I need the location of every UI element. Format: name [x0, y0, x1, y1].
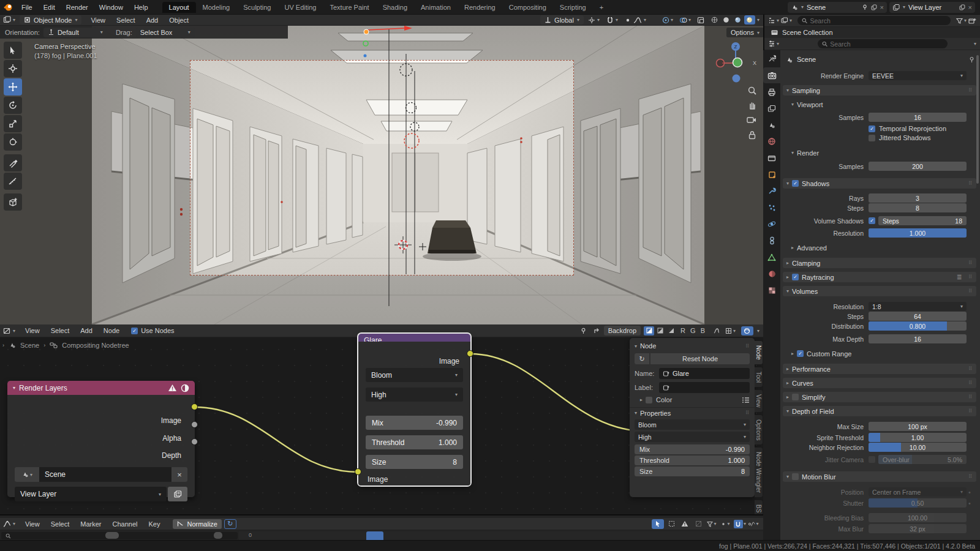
shading-solid-button[interactable] [721, 15, 732, 24]
view-layer-dropdown[interactable]: View Layer▾ [15, 487, 167, 501]
close-icon[interactable]: × [968, 4, 972, 11]
channel-search-input[interactable] [13, 533, 233, 539]
editor-type-button[interactable]: ▾ [0, 16, 18, 24]
auto-normalize-refresh-button[interactable]: ↻ [224, 519, 236, 529]
properties-search-input[interactable] [830, 40, 943, 48]
outliner-display-mode-button[interactable]: ▾ [768, 17, 779, 24]
sidebar-quality-dropdown[interactable]: High▾ [635, 432, 750, 442]
output-socket-image[interactable] [191, 403, 198, 410]
backdrop-button[interactable]: Backdrop [604, 326, 641, 335]
menu-marker[interactable]: Marker [75, 517, 107, 531]
drag-dropdown[interactable]: Select Box▾ [136, 28, 195, 37]
editor-type-button[interactable]: ▾ [0, 327, 18, 335]
lock-icon[interactable] [748, 130, 756, 140]
menu-select[interactable]: Select [45, 517, 75, 531]
sidebar-tab-tool[interactable]: Tool [755, 367, 763, 388]
scrollbar-thumb[interactable] [214, 532, 222, 539]
collapse-icon[interactable]: ▾ [13, 385, 15, 391]
outliner-filter-image-button[interactable]: ▾ [781, 17, 792, 24]
channel-search-input-wrap[interactable] [1, 532, 238, 539]
workspace-tab-texture-paint[interactable]: Texture Paint [323, 2, 375, 13]
menu-channel[interactable]: Channel [107, 517, 143, 531]
glare-size-field[interactable]: Size8 [366, 455, 463, 469]
workspace-tab-sculpting[interactable]: Sculpting [236, 2, 277, 13]
render-layers-node[interactable]: ▾ Render Layers Image Alpha Depth ▾ Scen… [7, 381, 195, 497]
value-shutter[interactable]: 0.50 [869, 498, 967, 508]
sidebar-tab-options[interactable]: Options [755, 414, 763, 445]
reset-node-button[interactable]: Reset Node [650, 353, 750, 364]
panel-header-sampling[interactable]: ▾Sampling⠿ [783, 85, 976, 96]
presets-icon[interactable]: ☰ [957, 274, 962, 280]
panel-header-raytracing[interactable]: ▸✓Raytracing☰⠿ [783, 272, 976, 282]
editor-type-button[interactable]: ▾ [0, 520, 18, 528]
shading-wireframe-button[interactable] [709, 15, 720, 24]
channel-alpha-button[interactable] [666, 326, 676, 335]
glare-type-dropdown[interactable]: Bloom▾ [366, 368, 463, 382]
value-resolution[interactable]: 1.000 [869, 228, 967, 238]
channel-b-button[interactable]: B [699, 327, 706, 334]
outliner-search-input[interactable] [810, 17, 946, 24]
value-bleeding-bias[interactable]: 100.00 [869, 513, 967, 522]
tool-measure-button[interactable] [4, 173, 22, 190]
scene-name-field[interactable]: Scene [39, 467, 172, 482]
properties-tab-scene[interactable] [763, 117, 780, 133]
panel-header-curves[interactable]: ▸Curves⠿ [783, 378, 976, 388]
workspace-tab-shading[interactable]: Shading [376, 2, 414, 13]
normalize-toggle[interactable]: Normalize [173, 519, 222, 529]
render-engine-dropdown[interactable]: EEVEE▾ [869, 71, 967, 80]
snap-magnet-button[interactable]: ▾ [734, 519, 746, 529]
sidebar-tab-view[interactable]: View [755, 389, 763, 413]
navigation-gizmo[interactable]: Z X [710, 38, 763, 86]
panel-header-motion-blur[interactable]: ▾Motion Blur⠿ [783, 471, 976, 482]
animate-dot-icon[interactable]: • [968, 500, 971, 507]
menu-select[interactable]: Select [45, 323, 75, 338]
zoom-icon[interactable] [747, 86, 757, 96]
scrollbar-thumb[interactable] [105, 532, 119, 539]
panel-header-clamping[interactable]: ▸Clamping⠿ [783, 258, 976, 268]
snapping-button[interactable]: ▾ [723, 328, 737, 334]
node-name-field[interactable]: Glare [659, 368, 750, 379]
properties-tab-particles[interactable] [763, 200, 780, 216]
checkbox[interactable] [792, 473, 799, 480]
subfield-over-blur[interactable]: Over-blur5.0% [878, 455, 967, 464]
box-select-icon[interactable] [665, 519, 677, 529]
workspace-tab-rendering[interactable]: Rendering [458, 2, 502, 13]
new-collection-button[interactable] [968, 17, 976, 24]
checkbox-row[interactable]: ✓Temporal Reprojection [869, 125, 967, 132]
unlink-scene-button[interactable]: × [172, 467, 187, 482]
menu-edit[interactable]: Edit [38, 0, 61, 15]
workspace-tab-compositing[interactable]: Compositing [502, 2, 553, 13]
value-rays[interactable]: 3 [869, 193, 967, 203]
input-socket-image[interactable] [355, 468, 361, 475]
overlays-toggle-button[interactable] [741, 326, 753, 335]
menu-view[interactable]: View [20, 517, 45, 531]
show-gizmo-button[interactable]: ▾ [660, 17, 676, 24]
snap-magnet-button[interactable]: ▾ [604, 17, 620, 24]
pan-hand-icon[interactable] [747, 100, 757, 110]
output-socket-image[interactable] [467, 350, 473, 357]
add-workspace-button[interactable]: + [593, 2, 610, 13]
close-icon[interactable]: × [880, 4, 884, 11]
outliner-row-scene-collection[interactable]: Scene Collection [764, 27, 980, 38]
toggle-xray-button[interactable] [695, 17, 707, 24]
proportional-editing-button[interactable]: ▾ [622, 17, 649, 24]
editor-type-button[interactable]: ▾ [768, 40, 779, 47]
value-max-size[interactable]: 100 px [869, 422, 967, 431]
menu-add[interactable]: Add [141, 13, 164, 28]
panel-header-shadows[interactable]: ▾✓Shadows⠿ [783, 178, 976, 189]
value-sprite-threshold[interactable]: 1.00 [869, 433, 967, 442]
channel-r-button[interactable]: R [679, 327, 687, 334]
properties-tab-world[interactable] [763, 133, 780, 149]
sidebar-tab-node[interactable]: Node [755, 340, 763, 365]
tool-transform-button[interactable] [4, 133, 22, 151]
panel-header-depth-of-field[interactable]: ▾Depth of Field⠿ [783, 406, 976, 416]
workspace-tab-scripting[interactable]: Scripting [553, 2, 593, 13]
properties-tab-collection[interactable] [763, 150, 780, 166]
go-parent-node-icon[interactable] [590, 327, 603, 334]
menu-view[interactable]: View [85, 13, 111, 28]
only-errors-icon[interactable] [679, 519, 691, 529]
menu-key[interactable]: Key [143, 517, 165, 531]
animate-dot-icon[interactable]: • [968, 489, 971, 496]
properties-tab-render[interactable] [763, 67, 780, 83]
blender-logo-icon[interactable] [0, 2, 16, 12]
